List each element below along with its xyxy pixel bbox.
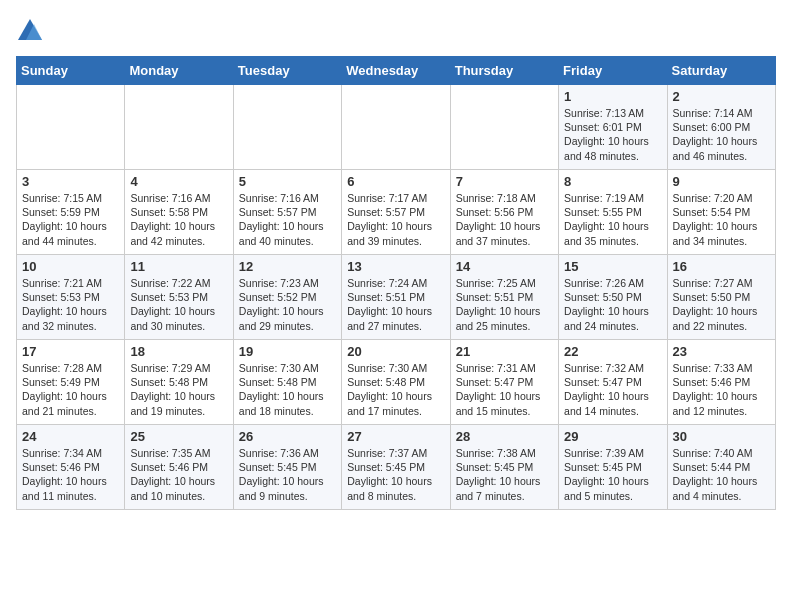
day-info: Sunrise: 7:33 AM Sunset: 5:46 PM Dayligh… [673,361,770,418]
day-number: 6 [347,174,444,189]
day-cell: 18Sunrise: 7:29 AM Sunset: 5:48 PM Dayli… [125,340,233,425]
day-cell: 26Sunrise: 7:36 AM Sunset: 5:45 PM Dayli… [233,425,341,510]
day-info: Sunrise: 7:25 AM Sunset: 5:51 PM Dayligh… [456,276,553,333]
day-cell [233,85,341,170]
page-header [16,16,776,44]
day-number: 17 [22,344,119,359]
day-info: Sunrise: 7:40 AM Sunset: 5:44 PM Dayligh… [673,446,770,503]
day-info: Sunrise: 7:27 AM Sunset: 5:50 PM Dayligh… [673,276,770,333]
day-info: Sunrise: 7:29 AM Sunset: 5:48 PM Dayligh… [130,361,227,418]
day-info: Sunrise: 7:16 AM Sunset: 5:58 PM Dayligh… [130,191,227,248]
calendar-table: SundayMondayTuesdayWednesdayThursdayFrid… [16,56,776,510]
logo-icon [16,16,44,44]
day-cell [17,85,125,170]
day-info: Sunrise: 7:20 AM Sunset: 5:54 PM Dayligh… [673,191,770,248]
day-cell: 3Sunrise: 7:15 AM Sunset: 5:59 PM Daylig… [17,170,125,255]
weekday-header-monday: Monday [125,57,233,85]
day-cell: 29Sunrise: 7:39 AM Sunset: 5:45 PM Dayli… [559,425,667,510]
day-info: Sunrise: 7:26 AM Sunset: 5:50 PM Dayligh… [564,276,661,333]
day-cell: 30Sunrise: 7:40 AM Sunset: 5:44 PM Dayli… [667,425,775,510]
day-number: 1 [564,89,661,104]
day-cell: 23Sunrise: 7:33 AM Sunset: 5:46 PM Dayli… [667,340,775,425]
day-info: Sunrise: 7:28 AM Sunset: 5:49 PM Dayligh… [22,361,119,418]
day-number: 9 [673,174,770,189]
day-cell: 15Sunrise: 7:26 AM Sunset: 5:50 PM Dayli… [559,255,667,340]
day-number: 8 [564,174,661,189]
day-cell [125,85,233,170]
day-number: 23 [673,344,770,359]
day-info: Sunrise: 7:39 AM Sunset: 5:45 PM Dayligh… [564,446,661,503]
day-cell: 12Sunrise: 7:23 AM Sunset: 5:52 PM Dayli… [233,255,341,340]
day-cell: 28Sunrise: 7:38 AM Sunset: 5:45 PM Dayli… [450,425,558,510]
day-number: 28 [456,429,553,444]
day-cell: 14Sunrise: 7:25 AM Sunset: 5:51 PM Dayli… [450,255,558,340]
day-cell: 7Sunrise: 7:18 AM Sunset: 5:56 PM Daylig… [450,170,558,255]
weekday-header-wednesday: Wednesday [342,57,450,85]
day-info: Sunrise: 7:22 AM Sunset: 5:53 PM Dayligh… [130,276,227,333]
day-number: 13 [347,259,444,274]
day-number: 18 [130,344,227,359]
day-info: Sunrise: 7:19 AM Sunset: 5:55 PM Dayligh… [564,191,661,248]
day-cell: 24Sunrise: 7:34 AM Sunset: 5:46 PM Dayli… [17,425,125,510]
weekday-header-tuesday: Tuesday [233,57,341,85]
day-number: 7 [456,174,553,189]
day-cell: 22Sunrise: 7:32 AM Sunset: 5:47 PM Dayli… [559,340,667,425]
day-cell: 2Sunrise: 7:14 AM Sunset: 6:00 PM Daylig… [667,85,775,170]
day-cell: 13Sunrise: 7:24 AM Sunset: 5:51 PM Dayli… [342,255,450,340]
day-cell: 16Sunrise: 7:27 AM Sunset: 5:50 PM Dayli… [667,255,775,340]
day-info: Sunrise: 7:34 AM Sunset: 5:46 PM Dayligh… [22,446,119,503]
day-number: 30 [673,429,770,444]
week-row-3: 10Sunrise: 7:21 AM Sunset: 5:53 PM Dayli… [17,255,776,340]
day-info: Sunrise: 7:36 AM Sunset: 5:45 PM Dayligh… [239,446,336,503]
day-number: 26 [239,429,336,444]
day-number: 27 [347,429,444,444]
week-row-2: 3Sunrise: 7:15 AM Sunset: 5:59 PM Daylig… [17,170,776,255]
day-cell [342,85,450,170]
day-number: 29 [564,429,661,444]
day-info: Sunrise: 7:24 AM Sunset: 5:51 PM Dayligh… [347,276,444,333]
week-row-1: 1Sunrise: 7:13 AM Sunset: 6:01 PM Daylig… [17,85,776,170]
day-cell: 20Sunrise: 7:30 AM Sunset: 5:48 PM Dayli… [342,340,450,425]
day-cell: 21Sunrise: 7:31 AM Sunset: 5:47 PM Dayli… [450,340,558,425]
day-cell: 4Sunrise: 7:16 AM Sunset: 5:58 PM Daylig… [125,170,233,255]
day-number: 3 [22,174,119,189]
day-number: 16 [673,259,770,274]
day-number: 4 [130,174,227,189]
day-number: 19 [239,344,336,359]
day-cell: 9Sunrise: 7:20 AM Sunset: 5:54 PM Daylig… [667,170,775,255]
day-info: Sunrise: 7:15 AM Sunset: 5:59 PM Dayligh… [22,191,119,248]
week-row-5: 24Sunrise: 7:34 AM Sunset: 5:46 PM Dayli… [17,425,776,510]
day-number: 2 [673,89,770,104]
day-number: 21 [456,344,553,359]
day-cell: 11Sunrise: 7:22 AM Sunset: 5:53 PM Dayli… [125,255,233,340]
day-cell: 8Sunrise: 7:19 AM Sunset: 5:55 PM Daylig… [559,170,667,255]
day-cell: 5Sunrise: 7:16 AM Sunset: 5:57 PM Daylig… [233,170,341,255]
day-number: 5 [239,174,336,189]
day-info: Sunrise: 7:13 AM Sunset: 6:01 PM Dayligh… [564,106,661,163]
day-number: 22 [564,344,661,359]
day-cell: 19Sunrise: 7:30 AM Sunset: 5:48 PM Dayli… [233,340,341,425]
day-info: Sunrise: 7:30 AM Sunset: 5:48 PM Dayligh… [347,361,444,418]
day-cell [450,85,558,170]
day-info: Sunrise: 7:35 AM Sunset: 5:46 PM Dayligh… [130,446,227,503]
day-info: Sunrise: 7:32 AM Sunset: 5:47 PM Dayligh… [564,361,661,418]
weekday-header-thursday: Thursday [450,57,558,85]
weekday-header-saturday: Saturday [667,57,775,85]
day-number: 20 [347,344,444,359]
day-number: 24 [22,429,119,444]
day-cell: 25Sunrise: 7:35 AM Sunset: 5:46 PM Dayli… [125,425,233,510]
day-number: 10 [22,259,119,274]
day-cell: 17Sunrise: 7:28 AM Sunset: 5:49 PM Dayli… [17,340,125,425]
day-info: Sunrise: 7:30 AM Sunset: 5:48 PM Dayligh… [239,361,336,418]
weekday-header-row: SundayMondayTuesdayWednesdayThursdayFrid… [17,57,776,85]
day-number: 11 [130,259,227,274]
day-info: Sunrise: 7:18 AM Sunset: 5:56 PM Dayligh… [456,191,553,248]
day-cell: 6Sunrise: 7:17 AM Sunset: 5:57 PM Daylig… [342,170,450,255]
day-info: Sunrise: 7:23 AM Sunset: 5:52 PM Dayligh… [239,276,336,333]
day-info: Sunrise: 7:16 AM Sunset: 5:57 PM Dayligh… [239,191,336,248]
week-row-4: 17Sunrise: 7:28 AM Sunset: 5:49 PM Dayli… [17,340,776,425]
day-number: 15 [564,259,661,274]
day-info: Sunrise: 7:17 AM Sunset: 5:57 PM Dayligh… [347,191,444,248]
day-info: Sunrise: 7:21 AM Sunset: 5:53 PM Dayligh… [22,276,119,333]
weekday-header-sunday: Sunday [17,57,125,85]
